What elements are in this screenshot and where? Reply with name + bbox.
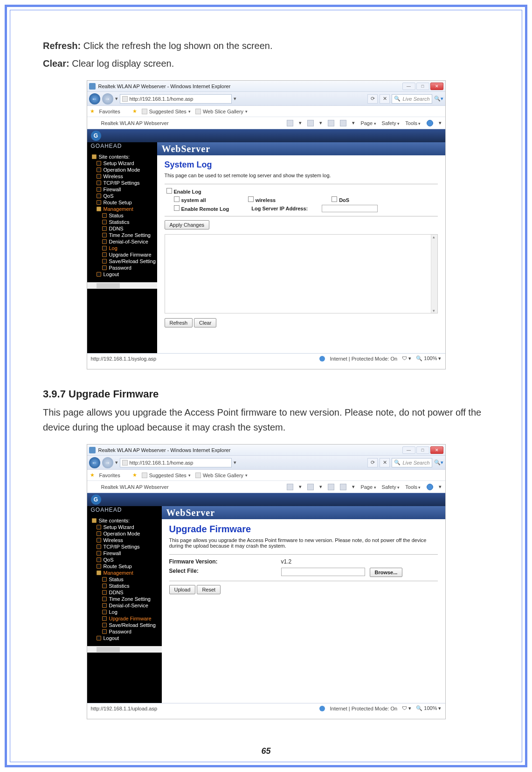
sidebar-item-management[interactable]: Management	[90, 570, 162, 576]
tab-title[interactable]: Realtek WLAN AP Webserver	[101, 484, 169, 490]
sidebar-item-status[interactable]: Status	[90, 212, 157, 219]
sidebar-item-wireless[interactable]: Wireless	[90, 173, 157, 180]
sidebar-item-upgrade[interactable]: Upgrade Firmware	[90, 251, 157, 258]
home-icon[interactable]	[287, 120, 293, 126]
sidebar-item-dos[interactable]: Denial-of-Service	[90, 602, 162, 609]
log-server-input[interactable]	[322, 205, 378, 212]
scrollbar[interactable]	[431, 235, 437, 313]
log-textarea[interactable]	[165, 234, 438, 313]
sidebar-item-dos[interactable]: Denial-of-Service	[90, 238, 157, 245]
dos-checkbox[interactable]	[332, 196, 337, 202]
back-button[interactable]: ←	[89, 93, 100, 104]
favorites-label[interactable]: Favorites	[99, 109, 120, 114]
sidebar-item-tcpip[interactable]: TCP/IP Settings	[90, 543, 162, 550]
protected-mode-icon[interactable]: 🛡 ▾	[402, 355, 411, 362]
search-go-icon[interactable]: 🔍▾	[434, 96, 443, 102]
safety-menu[interactable]: Safety	[382, 120, 400, 126]
sidebar-item-tcpip[interactable]: TCP/IP Settings	[90, 180, 157, 186]
protected-mode-icon[interactable]: 🛡 ▾	[402, 705, 411, 711]
suggested-sites-link[interactable]: Suggested Sites	[142, 473, 191, 478]
apply-changes-button[interactable]: Apply Changes	[165, 220, 210, 230]
enable-remote-checkbox[interactable]	[174, 205, 180, 211]
stop-icon[interactable]: ✕	[380, 94, 390, 104]
nav-dropdown-icon[interactable]: ▾	[115, 459, 118, 466]
forward-button[interactable]: →	[102, 457, 113, 468]
help-icon[interactable]	[427, 120, 433, 126]
sidebar-item-save-reload[interactable]: Save/Reload Setting	[90, 622, 162, 628]
sidebar-item-password[interactable]: Password	[90, 628, 162, 635]
wireless-checkbox[interactable]	[248, 196, 254, 202]
search-go-icon[interactable]: 🔍▾	[434, 459, 443, 466]
sidebar-item-logout[interactable]: Logout	[90, 271, 157, 278]
sidebar-item-setup-wizard[interactable]: Setup Wizard	[90, 160, 157, 167]
maximize-button[interactable]: □	[416, 83, 429, 90]
mail-icon[interactable]	[328, 484, 334, 490]
clear-button[interactable]: Clear	[194, 318, 216, 327]
tools-menu[interactable]: Tools	[405, 484, 421, 490]
refresh-icon[interactable]: ⟳	[367, 458, 378, 467]
addr-dropdown-icon[interactable]: ▾	[234, 96, 236, 102]
reset-button[interactable]: Reset	[197, 585, 221, 594]
favorites-label[interactable]: Favorites	[99, 473, 120, 478]
upload-button[interactable]: Upload	[169, 585, 196, 594]
safety-menu[interactable]: Safety	[382, 484, 400, 490]
maximize-button[interactable]: □	[416, 446, 429, 454]
sidebar-item-setup-wizard[interactable]: Setup Wizard	[90, 524, 162, 530]
sidebar-item-log[interactable]: Log	[90, 245, 157, 251]
sidebar-item-qos[interactable]: QoS	[90, 556, 162, 563]
home-icon[interactable]	[287, 484, 293, 490]
sidebar-item-statistics[interactable]: Statistics	[90, 583, 162, 589]
forward-button[interactable]: →	[102, 93, 113, 104]
browse-button[interactable]: Browse...	[370, 568, 403, 577]
sidebar-item-status[interactable]: Status	[90, 576, 162, 583]
sidebar-item-timezone[interactable]: Time Zone Setting	[90, 596, 162, 602]
back-button[interactable]: ←	[89, 457, 100, 468]
search-input[interactable]: 🔍 Live Search	[392, 94, 432, 104]
tab-title[interactable]: Realtek WLAN AP Webserver	[101, 120, 169, 126]
help-icon[interactable]	[427, 484, 433, 490]
file-input[interactable]	[281, 568, 365, 576]
tools-menu[interactable]: Tools	[405, 120, 421, 126]
search-input[interactable]: 🔍 Live Search	[392, 458, 432, 467]
page-menu[interactable]: Page	[360, 484, 376, 490]
sidebar-item-timezone[interactable]: Time Zone Setting	[90, 232, 157, 238]
page-menu[interactable]: Page	[360, 120, 376, 126]
zoom-control[interactable]: 🔍 100% ▾	[416, 705, 441, 711]
sidebar-item-firewall[interactable]: Firewall	[90, 550, 162, 556]
sidebar-item-route-setup[interactable]: Route Setup	[90, 563, 162, 570]
address-bar[interactable]: http://192.168.1.1/home.asp	[120, 94, 232, 104]
sidebar-item-log[interactable]: Log	[90, 609, 162, 615]
sidebar-item-upgrade[interactable]: Upgrade Firmware	[90, 615, 162, 622]
minimize-button[interactable]: —	[402, 83, 415, 90]
enable-log-checkbox[interactable]	[166, 188, 172, 194]
sidebar-item-logout[interactable]: Logout	[90, 635, 162, 641]
sidebar-item-qos[interactable]: QoS	[90, 193, 157, 199]
feeds-icon[interactable]	[307, 484, 314, 490]
refresh-button[interactable]: Refresh	[165, 318, 193, 327]
mail-icon[interactable]	[328, 120, 334, 126]
sidebar-item-management[interactable]: Management	[90, 206, 157, 212]
print-icon[interactable]	[340, 120, 346, 126]
print-icon[interactable]	[340, 484, 346, 490]
web-slice-link[interactable]: Web Slice Gallery	[195, 109, 248, 114]
sidebar-item-operation-mode[interactable]: Operation Mode	[90, 530, 162, 537]
close-button[interactable]: ✕	[430, 446, 443, 454]
suggested-sites-link[interactable]: Suggested Sites	[142, 109, 191, 114]
nav-dropdown-icon[interactable]: ▾	[115, 96, 118, 102]
close-button[interactable]: ✕	[430, 83, 443, 90]
sidebar-scrollbar[interactable]	[87, 282, 157, 289]
sidebar-item-statistics[interactable]: Statistics	[90, 219, 157, 225]
feeds-icon[interactable]	[307, 120, 314, 126]
sidebar-item-wireless[interactable]: Wireless	[90, 537, 162, 543]
sidebar-item-firewall[interactable]: Firewall	[90, 186, 157, 193]
sidebar-item-operation-mode[interactable]: Operation Mode	[90, 167, 157, 173]
sidebar-item-ddns[interactable]: DDNS	[90, 225, 157, 232]
sidebar-scrollbar[interactable]	[87, 646, 162, 653]
address-bar[interactable]: http://192.168.1.1/home.asp	[120, 458, 232, 467]
sidebar-item-ddns[interactable]: DDNS	[90, 589, 162, 596]
minimize-button[interactable]: —	[402, 446, 415, 454]
addr-dropdown-icon[interactable]: ▾	[234, 459, 236, 466]
system-all-checkbox[interactable]	[174, 196, 180, 202]
web-slice-link[interactable]: Web Slice Gallery	[195, 473, 248, 478]
sidebar-item-save-reload[interactable]: Save/Reload Setting	[90, 258, 157, 264]
